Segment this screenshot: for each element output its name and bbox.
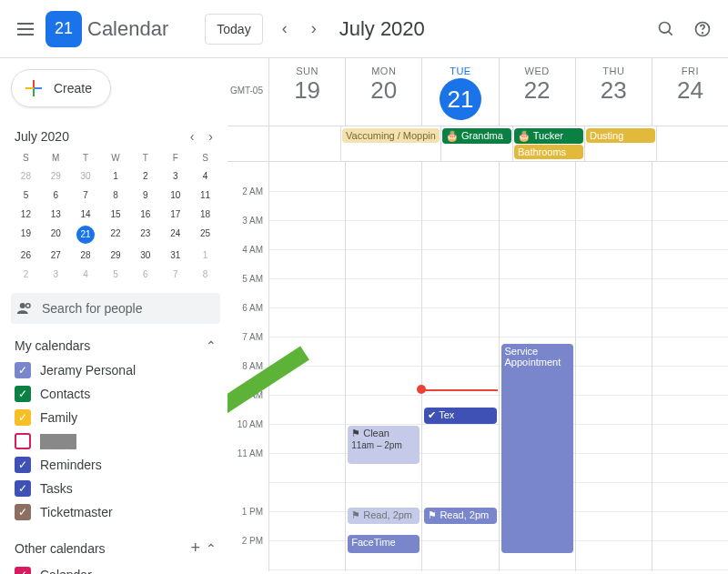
- calendar-checkbox[interactable]: ✓: [15, 386, 31, 402]
- mini-day[interactable]: 31: [160, 246, 190, 265]
- mini-day[interactable]: 17: [160, 205, 190, 224]
- allday-cell[interactable]: 🎂 Grandma: [440, 126, 512, 161]
- allday-event[interactable]: Dusting: [586, 128, 655, 143]
- calendar-item[interactable]: ✓Family: [11, 406, 220, 429]
- allday-event[interactable]: Vaccuming / Moppin: [342, 128, 440, 143]
- day-header[interactable]: MON20: [345, 58, 421, 126]
- day-header[interactable]: SUN19: [268, 58, 345, 126]
- next-period-button[interactable]: ›: [299, 15, 329, 44]
- day-header[interactable]: TUE21: [421, 58, 498, 126]
- calendar-checkbox[interactable]: ✓: [15, 409, 31, 426]
- mini-day[interactable]: 11: [190, 186, 220, 205]
- allday-cell[interactable]: [656, 126, 728, 161]
- allday-cell[interactable]: Vaccuming / Moppin: [340, 126, 440, 161]
- mini-day[interactable]: 8: [190, 265, 220, 284]
- calendar-checkbox[interactable]: ✓: [15, 504, 31, 520]
- create-button[interactable]: Create: [11, 69, 111, 107]
- mini-day[interactable]: 7: [160, 265, 190, 284]
- allday-cell[interactable]: 🎂 TuckerBathrooms: [512, 126, 584, 161]
- mini-day[interactable]: 7: [71, 186, 101, 205]
- mini-day[interactable]: 8: [101, 186, 131, 205]
- mini-day[interactable]: 30: [71, 166, 101, 186]
- main-menu-button[interactable]: [7, 11, 44, 47]
- mini-day[interactable]: 28: [11, 166, 41, 186]
- mini-day[interactable]: 3: [41, 265, 71, 284]
- day-header[interactable]: FRI24: [652, 58, 728, 126]
- mini-day[interactable]: 12: [11, 205, 41, 224]
- mini-day[interactable]: 27: [41, 246, 71, 265]
- mini-day[interactable]: 23: [130, 224, 160, 246]
- day-column[interactable]: Service Appointment: [499, 162, 575, 571]
- mini-day[interactable]: 4: [190, 166, 220, 186]
- event[interactable]: FaceTime: [348, 535, 420, 553]
- day-column[interactable]: ⚑ Clean11am – 2pm⚑ Read, 2pmFaceTime: [345, 162, 421, 571]
- allday-event[interactable]: Bathrooms: [514, 145, 583, 159]
- calendar-item[interactable]: ✓Tasks: [11, 477, 220, 500]
- mini-day[interactable]: 16: [130, 205, 160, 224]
- mini-day[interactable]: 20: [41, 224, 71, 246]
- calendar-item[interactable]: ✓Contacts: [11, 382, 220, 406]
- mini-day[interactable]: 2: [11, 265, 41, 284]
- allday-cell[interactable]: [268, 126, 340, 161]
- mini-day[interactable]: 3: [160, 166, 190, 186]
- mini-next-button[interactable]: ›: [205, 127, 217, 146]
- other-calendars-header[interactable]: Other calendars + ⌃: [15, 539, 217, 558]
- calendar-item[interactable]: ████: [11, 429, 220, 453]
- event[interactable]: Service Appointment: [501, 344, 573, 553]
- mini-day[interactable]: 15: [101, 205, 131, 224]
- mini-day[interactable]: 9: [130, 186, 160, 205]
- calendar-item[interactable]: ✓Reminders: [11, 453, 220, 477]
- today-button[interactable]: Today: [205, 14, 262, 45]
- mini-day[interactable]: 28: [71, 246, 101, 265]
- allday-event[interactable]: 🎂 Grandma: [442, 128, 511, 144]
- mini-day[interactable]: 5: [11, 186, 41, 205]
- mini-day[interactable]: 4: [71, 265, 101, 284]
- mini-prev-button[interactable]: ‹: [187, 127, 198, 146]
- mini-day[interactable]: 25: [190, 224, 220, 246]
- mini-day[interactable]: 21: [76, 226, 95, 244]
- day-column[interactable]: [652, 162, 728, 571]
- add-calendar-button[interactable]: +: [190, 539, 200, 558]
- calendar-item[interactable]: ✓Jeramy Personal: [11, 358, 220, 382]
- event[interactable]: ⚑ Read, 2pm: [424, 508, 496, 524]
- mini-day[interactable]: 24: [160, 224, 190, 246]
- mini-day[interactable]: 29: [101, 246, 131, 265]
- mini-day[interactable]: 18: [190, 205, 220, 224]
- day-column[interactable]: ✔ Tex⚑ Read, 2pm: [421, 162, 498, 571]
- mini-day[interactable]: 26: [11, 246, 41, 265]
- calendar-item[interactable]: ✓Calendar: [11, 563, 220, 574]
- calendar-checkbox[interactable]: ✓: [15, 457, 31, 473]
- mini-day[interactable]: 5: [101, 265, 131, 284]
- mini-day[interactable]: 6: [130, 265, 160, 284]
- mini-day[interactable]: 6: [41, 186, 71, 205]
- mini-day[interactable]: 19: [11, 224, 41, 246]
- calendar-checkbox[interactable]: [15, 433, 31, 449]
- allday-event[interactable]: 🎂 Tucker: [514, 128, 583, 144]
- search-button[interactable]: [648, 11, 684, 47]
- calendar-checkbox[interactable]: ✓: [15, 362, 31, 378]
- mini-day[interactable]: 13: [41, 205, 71, 224]
- day-column[interactable]: [268, 162, 345, 571]
- search-people-input[interactable]: Search for people: [11, 293, 220, 324]
- mini-day[interactable]: 10: [160, 186, 190, 205]
- event[interactable]: ✔ Tex: [424, 408, 496, 424]
- mini-day[interactable]: 2: [130, 166, 160, 186]
- day-header[interactable]: WED22: [499, 58, 575, 126]
- mini-day[interactable]: 1: [190, 246, 220, 265]
- calendar-checkbox[interactable]: ✓: [15, 567, 31, 574]
- mini-calendar[interactable]: SMTWTFS282930123456789101112131415161718…: [11, 149, 220, 284]
- day-header[interactable]: THU23: [575, 58, 652, 126]
- allday-cell[interactable]: Dusting: [584, 126, 656, 161]
- help-button[interactable]: [684, 11, 721, 47]
- mini-day[interactable]: 14: [71, 205, 101, 224]
- mini-day[interactable]: 22: [101, 224, 131, 246]
- mini-day[interactable]: 29: [41, 166, 71, 186]
- mini-day[interactable]: 1: [101, 166, 131, 186]
- mini-day[interactable]: 30: [130, 246, 160, 265]
- calendar-checkbox[interactable]: ✓: [15, 480, 31, 497]
- day-column[interactable]: [575, 162, 652, 571]
- event[interactable]: ⚑ Read, 2pm: [348, 508, 420, 524]
- prev-period-button[interactable]: ‹: [270, 15, 299, 44]
- event[interactable]: ⚑ Clean11am – 2pm: [348, 426, 420, 464]
- my-calendars-header[interactable]: My calendars ⌃: [15, 338, 217, 353]
